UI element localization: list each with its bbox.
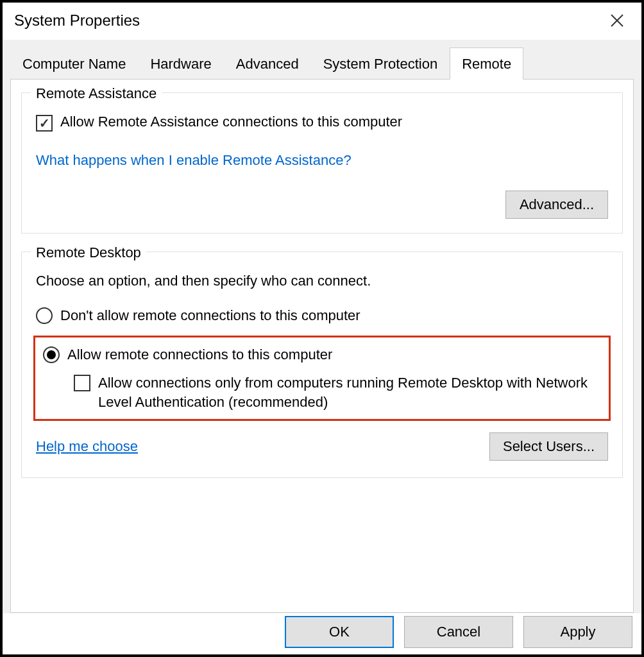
tab-advanced[interactable]: Advanced	[224, 47, 311, 79]
cancel-button[interactable]: Cancel	[404, 616, 513, 648]
radio-icon-unselected	[36, 307, 53, 324]
remote-desktop-description: Choose an option, and then specify who c…	[36, 273, 608, 289]
tab-system-protection[interactable]: System Protection	[311, 47, 450, 79]
remote-assistance-help-link[interactable]: What happens when I enable Remote Assist…	[36, 152, 352, 169]
dialog-buttons: OK Cancel Apply	[285, 616, 632, 648]
radio-allow-label: Allow remote connections to this compute…	[67, 346, 332, 363]
help-me-choose-link[interactable]: Help me choose	[36, 438, 138, 455]
radio-dont-allow[interactable]: Don't allow remote connections to this c…	[36, 307, 608, 324]
tab-computer-name[interactable]: Computer Name	[10, 47, 138, 79]
content-area: Computer Name Hardware Advanced System P…	[3, 40, 641, 613]
highlight-box: Allow remote connections to this compute…	[33, 336, 611, 421]
remote-assistance-label: Remote Assistance	[31, 85, 162, 102]
radio-dont-allow-label: Don't allow remote connections to this c…	[60, 307, 360, 324]
titlebar: System Properties	[3, 3, 641, 40]
window-title: System Properties	[14, 12, 140, 30]
ok-button[interactable]: OK	[285, 616, 394, 648]
radio-icon-selected	[43, 346, 60, 363]
remote-desktop-group: Remote Desktop Choose an option, and the…	[21, 252, 623, 478]
close-button[interactable]	[604, 8, 630, 33]
nla-label: Allow connections only from computers ru…	[98, 373, 601, 411]
tab-row: Computer Name Hardware Advanced System P…	[10, 47, 634, 79]
radio-allow[interactable]: Allow remote connections to this compute…	[43, 346, 601, 363]
select-users-button[interactable]: Select Users...	[489, 432, 608, 461]
close-icon	[610, 13, 624, 28]
remote-assistance-group: Remote Assistance Allow Remote Assistanc…	[21, 92, 623, 234]
tab-hardware[interactable]: Hardware	[138, 47, 223, 79]
allow-remote-assistance-checkbox[interactable]: Allow Remote Assistance connections to t…	[36, 114, 608, 132]
tab-panel-remote: Remote Assistance Allow Remote Assistanc…	[10, 79, 634, 613]
apply-button[interactable]: Apply	[523, 616, 632, 648]
nla-checkbox[interactable]: Allow connections only from computers ru…	[74, 373, 601, 411]
remote-desktop-label: Remote Desktop	[31, 244, 146, 261]
allow-remote-assistance-label: Allow Remote Assistance connections to t…	[60, 114, 402, 130]
advanced-button[interactable]: Advanced...	[505, 191, 608, 219]
checkbox-icon-checked	[36, 115, 53, 132]
checkbox-icon-unchecked	[74, 375, 90, 391]
tab-remote[interactable]: Remote	[450, 47, 523, 80]
system-properties-window: System Properties Computer Name Hardware…	[3, 3, 641, 654]
